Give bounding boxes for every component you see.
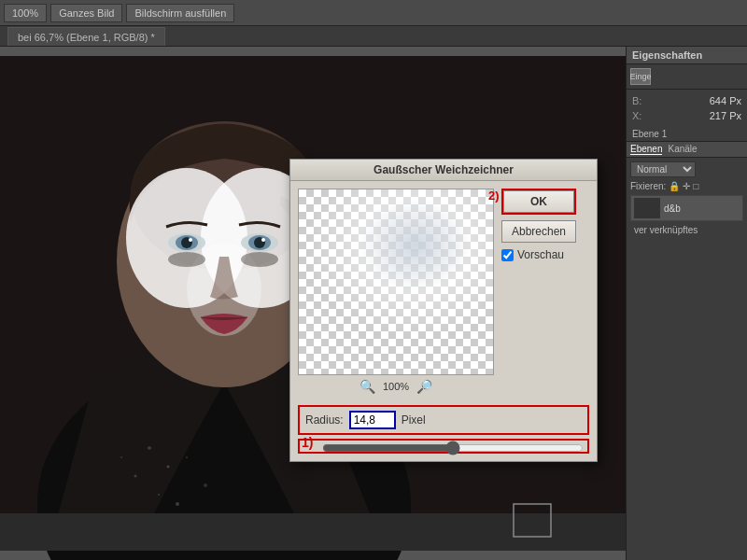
move-icon[interactable]: ✛ xyxy=(683,181,690,191)
svg-point-24 xyxy=(241,252,278,267)
pixel-label: Pixel xyxy=(402,413,426,427)
zoom-out-icon[interactable]: 🔍 xyxy=(359,379,375,394)
tab-bar: bei 66,7% (Ebene 1, RGB/8) * xyxy=(0,26,747,47)
svg-point-2 xyxy=(148,446,151,450)
svg-point-8 xyxy=(176,502,179,506)
ok-button-container: 2) OK xyxy=(501,189,576,215)
layers-tabs-header: Ebenen Kanäle xyxy=(627,141,747,158)
svg-point-5 xyxy=(204,483,207,487)
radius-input[interactable]: 14,8 xyxy=(349,411,396,429)
svg-point-23 xyxy=(168,252,205,267)
gaussian-blur-dialog: Gaußscher Weichzeichner 🔍 100% 🔎 xyxy=(289,159,598,462)
radius-slider-container: 1) xyxy=(298,439,589,454)
zoom-in-icon[interactable]: 🔎 xyxy=(416,379,432,394)
preview-area: 🔍 100% 🔎 xyxy=(298,189,494,394)
blend-row: Normal Multiplizieren Abdunkeln xyxy=(630,161,743,177)
radius-row: Radius: 14,8 Pixel xyxy=(298,405,589,435)
panel-tab-einge[interactable]: Einge xyxy=(630,68,651,85)
verknupft-label: ver verknüpftes xyxy=(630,223,743,237)
svg-point-6 xyxy=(134,475,137,478)
cancel-button[interactable]: Abbrechen xyxy=(501,220,576,243)
annotation-1-label: 1) xyxy=(302,435,313,450)
radius-slider[interactable] xyxy=(322,441,584,455)
ebene-label: Ebene 1 xyxy=(627,127,747,141)
eigenschaften-header: Eigenschaften xyxy=(627,47,747,64)
preview-canvas xyxy=(298,189,494,375)
preview-checkbox[interactable] xyxy=(501,249,514,261)
document-tab[interactable]: bei 66,7% (Ebene 1, RGB/8) * xyxy=(7,27,165,46)
blur-preview-overlay xyxy=(299,189,493,374)
prop-x-row: X: 217 Px xyxy=(632,108,741,123)
svg-point-4 xyxy=(186,456,188,458)
zoom-level-display: 100% xyxy=(383,381,409,392)
layer-item[interactable]: d&b xyxy=(630,195,743,221)
prop-x-label: X: xyxy=(632,110,641,121)
svg-rect-25 xyxy=(0,513,626,551)
prop-b-label: B: xyxy=(632,95,641,106)
panel-properties: B: 644 Px X: 217 Px xyxy=(627,90,747,127)
preview-label: Vorschau xyxy=(517,248,564,261)
prop-b-row: B: 644 Px xyxy=(632,93,741,108)
panel-bottom: Normal Multiplizieren Abdunkeln Fixieren… xyxy=(627,158,747,560)
radius-area: Radius: 14,8 Pixel 1) xyxy=(290,401,597,461)
preview-checkbox-row: Vorschau xyxy=(501,248,576,261)
prop-x-value: 217 Px xyxy=(710,110,741,121)
main-area: Gaußscher Weichzeichner 🔍 100% 🔎 xyxy=(0,47,747,560)
tab-ebenen[interactable]: Ebenen xyxy=(630,144,662,155)
radius-label: Radius: xyxy=(305,413,344,427)
fullscreen-btn[interactable]: Bildschirm ausfüllen xyxy=(126,4,234,22)
top-toolbar: 100% Ganzes Bild Bildschirm ausfüllen xyxy=(0,0,747,26)
svg-point-22 xyxy=(261,238,265,242)
right-panel: Eigenschaften Einge B: 644 Px X: 217 Px … xyxy=(626,47,747,560)
tab-kanale[interactable]: Kanäle xyxy=(668,144,697,155)
layer-thumb xyxy=(634,198,660,218)
dialog-buttons: 2) OK Abbrechen Vorschau xyxy=(501,189,576,394)
preview-controls: 🔍 100% 🔎 xyxy=(359,379,432,394)
lock-icon[interactable]: 🔒 xyxy=(669,181,680,191)
zoom-level-btn[interactable]: 100% xyxy=(4,4,47,22)
dialog-body: 🔍 100% 🔎 2) OK Abbrechen xyxy=(290,181,597,401)
ok-button[interactable]: OK xyxy=(503,190,574,213)
ganzes-bild-btn[interactable]: Ganzes Bild xyxy=(50,4,122,22)
svg-point-7 xyxy=(158,494,160,496)
fill-icon[interactable]: □ xyxy=(693,181,698,191)
annotation-2-label: 2) xyxy=(488,189,500,203)
svg-point-3 xyxy=(167,466,170,469)
prop-b-value: 644 Px xyxy=(710,95,741,106)
blend-mode-select[interactable]: Normal Multiplizieren Abdunkeln xyxy=(630,161,696,177)
layer-name: d&b xyxy=(664,203,681,214)
lock-row: Fixieren: 🔒 ✛ □ xyxy=(630,181,743,191)
svg-point-9 xyxy=(120,456,122,458)
svg-point-18 xyxy=(189,238,192,242)
dialog-titlebar: Gaußscher Weichzeichner xyxy=(290,160,597,181)
fixieren-label: Fixieren: xyxy=(630,181,666,191)
canvas-area: Gaußscher Weichzeichner 🔍 100% 🔎 xyxy=(0,47,626,560)
panel-icons: Einge xyxy=(627,64,747,90)
